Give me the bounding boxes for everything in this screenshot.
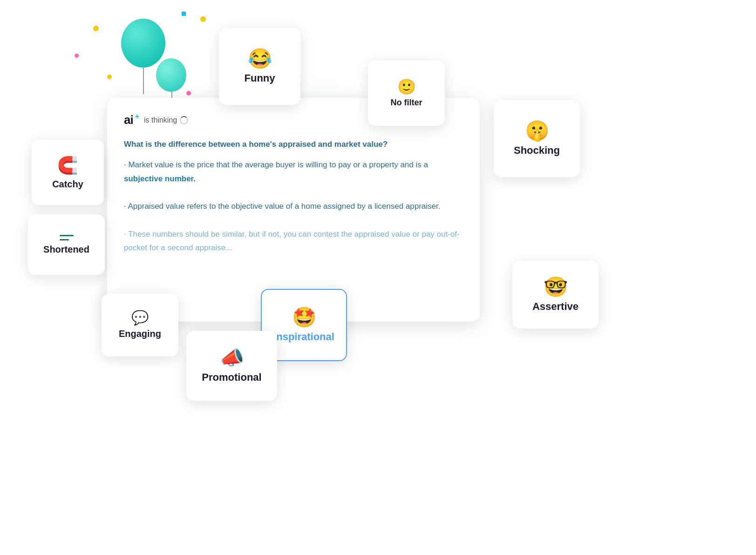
- loading-spinner: [180, 116, 188, 124]
- main-content-panel: ai + is thinking What is the difference …: [107, 98, 480, 322]
- balloon-large: [121, 19, 165, 68]
- shortened-icon: [60, 235, 74, 240]
- assertive-emoji: 🤓: [544, 277, 568, 297]
- shocking-label: Shocking: [514, 144, 560, 157]
- balloons-decoration: [102, 5, 219, 107]
- confetti-dot: [75, 54, 79, 58]
- ai-logo-text: ai: [124, 113, 133, 127]
- scene: ai + is thinking What is the difference …: [0, 0, 756, 555]
- nofilter-emoji: 🙂: [397, 79, 416, 94]
- balloon-small: [156, 58, 186, 92]
- nofilter-label: No filter: [390, 98, 422, 108]
- promotional-label: Promotional: [202, 371, 261, 384]
- ai-logo-plus: +: [135, 112, 139, 121]
- engaging-emoji: 💬: [131, 311, 149, 325]
- catchy-icon: 🧲: [57, 156, 78, 175]
- engaging-label: Engaging: [119, 329, 161, 339]
- promotional-emoji: 📣: [220, 348, 244, 368]
- card-shocking[interactable]: 🤫 Shocking: [494, 100, 580, 177]
- balloon-string-1: [143, 66, 144, 94]
- card-funny[interactable]: 😂 Funny: [219, 28, 300, 105]
- ai-logo: ai +: [124, 113, 139, 127]
- assertive-label: Assertive: [532, 301, 579, 313]
- card-shortened[interactable]: Shortened: [28, 214, 105, 275]
- content-bullet-2: · Appraised value refers to the objectiv…: [124, 199, 463, 213]
- shocking-emoji: 🤫: [525, 121, 549, 141]
- funny-label: Funny: [245, 72, 275, 84]
- content-bullet-1: · Market value is the price that the ave…: [124, 158, 463, 186]
- card-assertive[interactable]: 🤓 Assertive: [512, 261, 599, 329]
- card-engaging[interactable]: 💬 Engaging: [102, 294, 178, 356]
- catchy-label: Catchy: [52, 179, 83, 190]
- content-text: What is the difference between a home's …: [124, 137, 463, 255]
- content-bullet-3: · These numbers should be similar, but i…: [124, 227, 463, 255]
- card-nofilter[interactable]: 🙂 No filter: [368, 61, 445, 126]
- content-question: What is the difference between a home's …: [124, 137, 463, 151]
- shortened-label: Shortened: [43, 244, 89, 255]
- confetti-dot: [93, 26, 99, 31]
- card-promotional[interactable]: 📣 Promotional: [186, 331, 277, 401]
- inspirational-emoji: 🤩: [292, 308, 316, 327]
- inspirational-label: Inspirational: [273, 331, 334, 343]
- funny-emoji: 😂: [248, 49, 272, 69]
- ai-thinking-text: is thinking: [144, 116, 188, 124]
- card-catchy[interactable]: 🧲 Catchy: [32, 140, 104, 205]
